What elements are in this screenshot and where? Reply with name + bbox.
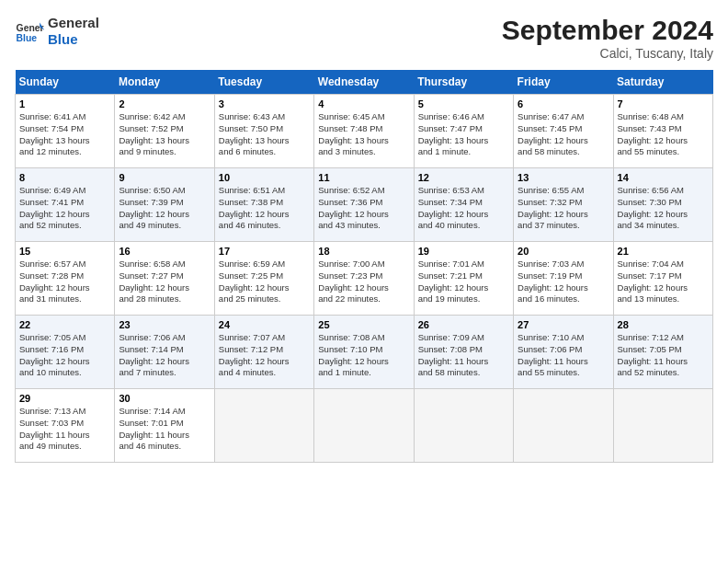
day-number: 29 xyxy=(19,393,110,404)
calendar-cell: 2Sunrise: 6:42 AM Sunset: 7:52 PM Daylig… xyxy=(115,95,214,168)
weekday-header-tuesday: Tuesday xyxy=(214,70,313,95)
calendar-cell: 9Sunrise: 6:50 AM Sunset: 7:39 PM Daylig… xyxy=(115,168,214,242)
calendar-cell: 25Sunrise: 7:08 AM Sunset: 7:10 PM Dayli… xyxy=(314,316,414,389)
calendar-cell xyxy=(414,389,513,463)
day-number: 27 xyxy=(518,319,609,330)
day-number: 14 xyxy=(618,172,709,183)
calendar-cell: 19Sunrise: 7:01 AM Sunset: 7:21 PM Dayli… xyxy=(414,242,513,316)
calendar-cell: 23Sunrise: 7:06 AM Sunset: 7:14 PM Dayli… xyxy=(115,316,214,389)
calendar-cell: 22Sunrise: 7:05 AM Sunset: 7:16 PM Dayli… xyxy=(16,316,115,389)
day-number: 19 xyxy=(418,246,509,257)
calendar-week-3: 15Sunrise: 6:57 AM Sunset: 7:28 PM Dayli… xyxy=(16,242,713,316)
day-number: 7 xyxy=(618,98,709,109)
day-number: 18 xyxy=(318,246,409,257)
calendar-cell: 17Sunrise: 6:59 AM Sunset: 7:25 PM Dayli… xyxy=(214,242,313,316)
day-number: 30 xyxy=(119,393,210,404)
day-number: 16 xyxy=(119,246,210,257)
day-number: 5 xyxy=(418,98,509,109)
calendar-cell: 6Sunrise: 6:47 AM Sunset: 7:45 PM Daylig… xyxy=(514,95,613,168)
logo-text: General Blue xyxy=(48,15,99,48)
day-info: Sunrise: 7:08 AM Sunset: 7:10 PM Dayligh… xyxy=(318,332,409,379)
calendar-cell: 15Sunrise: 6:57 AM Sunset: 7:28 PM Dayli… xyxy=(16,242,115,316)
day-info: Sunrise: 7:12 AM Sunset: 7:05 PM Dayligh… xyxy=(618,332,709,379)
calendar-cell xyxy=(514,389,613,463)
calendar-week-1: 1Sunrise: 6:41 AM Sunset: 7:54 PM Daylig… xyxy=(16,95,713,168)
weekday-header-monday: Monday xyxy=(115,70,214,95)
day-number: 2 xyxy=(119,98,210,109)
svg-text:Blue: Blue xyxy=(17,33,38,43)
day-number: 9 xyxy=(119,172,210,183)
day-number: 8 xyxy=(19,172,110,183)
title-block: September 2024 Calci, Tuscany, Italy xyxy=(502,15,713,61)
calendar-cell xyxy=(314,389,414,463)
weekday-header-friday: Friday xyxy=(514,70,613,95)
weekday-header-sunday: Sunday xyxy=(16,70,115,95)
day-info: Sunrise: 7:05 AM Sunset: 7:16 PM Dayligh… xyxy=(19,332,110,379)
weekday-header-thursday: Thursday xyxy=(414,70,513,95)
calendar-cell: 3Sunrise: 6:43 AM Sunset: 7:50 PM Daylig… xyxy=(214,95,313,168)
calendar-cell: 24Sunrise: 7:07 AM Sunset: 7:12 PM Dayli… xyxy=(214,316,313,389)
calendar-week-5: 29Sunrise: 7:13 AM Sunset: 7:03 PM Dayli… xyxy=(16,389,713,463)
day-number: 1 xyxy=(19,98,110,109)
day-info: Sunrise: 6:46 AM Sunset: 7:47 PM Dayligh… xyxy=(418,111,509,158)
day-info: Sunrise: 6:50 AM Sunset: 7:39 PM Dayligh… xyxy=(119,185,210,232)
day-info: Sunrise: 7:07 AM Sunset: 7:12 PM Dayligh… xyxy=(219,332,310,379)
day-info: Sunrise: 7:00 AM Sunset: 7:23 PM Dayligh… xyxy=(318,259,409,305)
day-info: Sunrise: 6:53 AM Sunset: 7:34 PM Dayligh… xyxy=(418,185,509,232)
location-label: Calci, Tuscany, Italy xyxy=(502,46,713,61)
day-info: Sunrise: 7:04 AM Sunset: 7:17 PM Dayligh… xyxy=(618,259,709,305)
calendar-cell: 5Sunrise: 6:46 AM Sunset: 7:47 PM Daylig… xyxy=(414,95,513,168)
day-info: Sunrise: 6:47 AM Sunset: 7:45 PM Dayligh… xyxy=(518,111,609,158)
calendar-cell: 29Sunrise: 7:13 AM Sunset: 7:03 PM Dayli… xyxy=(16,389,115,463)
calendar-table: SundayMondayTuesdayWednesdayThursdayFrid… xyxy=(15,70,713,463)
day-info: Sunrise: 7:10 AM Sunset: 7:06 PM Dayligh… xyxy=(518,332,609,379)
page-header: General Blue General Blue September 2024… xyxy=(15,15,713,61)
day-number: 26 xyxy=(418,319,509,330)
day-info: Sunrise: 6:51 AM Sunset: 7:38 PM Dayligh… xyxy=(219,185,310,232)
day-number: 21 xyxy=(618,246,709,257)
day-info: Sunrise: 7:13 AM Sunset: 7:03 PM Dayligh… xyxy=(19,406,110,453)
calendar-cell: 10Sunrise: 6:51 AM Sunset: 7:38 PM Dayli… xyxy=(214,168,313,242)
day-info: Sunrise: 6:59 AM Sunset: 7:25 PM Dayligh… xyxy=(219,259,310,305)
calendar-cell: 4Sunrise: 6:45 AM Sunset: 7:48 PM Daylig… xyxy=(314,95,414,168)
day-info: Sunrise: 6:49 AM Sunset: 7:41 PM Dayligh… xyxy=(19,185,110,232)
day-info: Sunrise: 6:58 AM Sunset: 7:27 PM Dayligh… xyxy=(119,259,210,305)
logo-icon: General Blue xyxy=(15,17,44,46)
day-info: Sunrise: 6:45 AM Sunset: 7:48 PM Dayligh… xyxy=(318,111,409,158)
day-info: Sunrise: 6:41 AM Sunset: 7:54 PM Dayligh… xyxy=(19,111,110,158)
calendar-cell xyxy=(613,389,712,463)
day-info: Sunrise: 7:03 AM Sunset: 7:19 PM Dayligh… xyxy=(518,259,609,305)
calendar-cell: 7Sunrise: 6:48 AM Sunset: 7:43 PM Daylig… xyxy=(613,95,712,168)
day-info: Sunrise: 7:14 AM Sunset: 7:01 PM Dayligh… xyxy=(119,406,210,453)
day-info: Sunrise: 7:09 AM Sunset: 7:08 PM Dayligh… xyxy=(418,332,509,379)
calendar-cell: 27Sunrise: 7:10 AM Sunset: 7:06 PM Dayli… xyxy=(514,316,613,389)
month-title: September 2024 xyxy=(502,15,713,46)
calendar-cell: 20Sunrise: 7:03 AM Sunset: 7:19 PM Dayli… xyxy=(514,242,613,316)
day-number: 15 xyxy=(19,246,110,257)
day-info: Sunrise: 6:57 AM Sunset: 7:28 PM Dayligh… xyxy=(19,259,110,305)
calendar-cell: 26Sunrise: 7:09 AM Sunset: 7:08 PM Dayli… xyxy=(414,316,513,389)
day-number: 11 xyxy=(318,172,409,183)
calendar-cell: 21Sunrise: 7:04 AM Sunset: 7:17 PM Dayli… xyxy=(613,242,712,316)
day-info: Sunrise: 7:01 AM Sunset: 7:21 PM Dayligh… xyxy=(418,259,509,305)
day-info: Sunrise: 6:48 AM Sunset: 7:43 PM Dayligh… xyxy=(618,111,709,158)
day-info: Sunrise: 6:56 AM Sunset: 7:30 PM Dayligh… xyxy=(618,185,709,232)
day-info: Sunrise: 6:42 AM Sunset: 7:52 PM Dayligh… xyxy=(119,111,210,158)
calendar-cell xyxy=(214,389,313,463)
day-number: 4 xyxy=(318,98,409,109)
calendar-cell: 8Sunrise: 6:49 AM Sunset: 7:41 PM Daylig… xyxy=(16,168,115,242)
day-info: Sunrise: 6:43 AM Sunset: 7:50 PM Dayligh… xyxy=(219,111,310,158)
calendar-cell: 30Sunrise: 7:14 AM Sunset: 7:01 PM Dayli… xyxy=(115,389,214,463)
weekday-header-row: SundayMondayTuesdayWednesdayThursdayFrid… xyxy=(16,70,713,95)
logo: General Blue General Blue xyxy=(15,15,99,48)
calendar-cell: 11Sunrise: 6:52 AM Sunset: 7:36 PM Dayli… xyxy=(314,168,414,242)
calendar-week-2: 8Sunrise: 6:49 AM Sunset: 7:41 PM Daylig… xyxy=(16,168,713,242)
day-info: Sunrise: 6:52 AM Sunset: 7:36 PM Dayligh… xyxy=(318,185,409,232)
day-number: 20 xyxy=(518,246,609,257)
day-number: 22 xyxy=(19,319,110,330)
day-number: 6 xyxy=(518,98,609,109)
calendar-cell: 1Sunrise: 6:41 AM Sunset: 7:54 PM Daylig… xyxy=(16,95,115,168)
weekday-header-saturday: Saturday xyxy=(613,70,712,95)
calendar-cell: 13Sunrise: 6:55 AM Sunset: 7:32 PM Dayli… xyxy=(514,168,613,242)
day-number: 10 xyxy=(219,172,310,183)
